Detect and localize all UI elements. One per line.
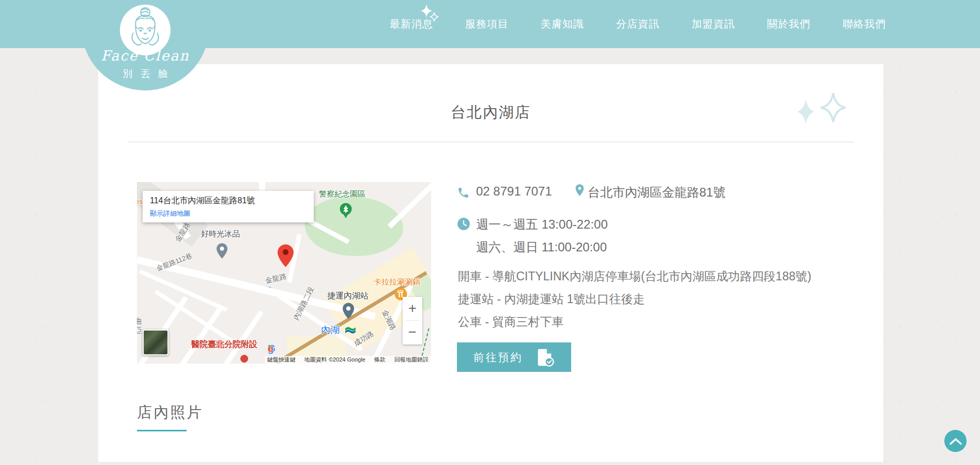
map-cutoff-label: 曲: [137, 317, 142, 326]
photos-section-title: 店內照片: [137, 402, 203, 423]
title-divider: [128, 142, 854, 142]
clock-icon: [457, 217, 470, 233]
map-road: [388, 182, 431, 229]
store-hours-weekend: 週六、週日 11:00-20:00: [476, 239, 607, 256]
store-phone: 02 8791 7071: [476, 184, 552, 199]
header-sparkle-icon: [420, 4, 441, 31]
info-window-address: 114台北市內湖區金龍路81號: [150, 196, 307, 206]
nav-item-franchise[interactable]: 加盟資訊: [692, 17, 735, 31]
map-attribution: 鍵盤快速鍵 地圖資料 ©2024 Google 條款 回報地圖錯誤: [265, 356, 431, 364]
nav-item-branches[interactable]: 分店資訊: [616, 17, 660, 31]
map-zoom-control: + −: [403, 297, 422, 344]
location-pin-icon: [573, 183, 587, 199]
report-error-link[interactable]: 回報地圖錯誤: [394, 356, 428, 364]
terms-link[interactable]: 條款: [374, 356, 386, 364]
map-road: [213, 310, 264, 364]
map-station-name-label: 內湖: [321, 324, 340, 336]
booking-button[interactable]: 前往預約: [457, 342, 571, 372]
keyboard-shortcuts-link[interactable]: 鍵盤快速鍵: [267, 356, 296, 364]
brand-logo[interactable]: Face Clean 別丟臉: [81, 0, 209, 91]
store-hours-weekday: 週一～週五 13:00-22:00: [476, 216, 608, 233]
map-poi-park-label: 警察紀念園區: [319, 189, 365, 199]
nav-item-about[interactable]: 關於我們: [767, 17, 810, 31]
map-poi-hotpot-label: 卡拉拉涮涮鍋: [374, 277, 420, 287]
chevron-up-icon: [949, 437, 962, 445]
page-title: 台北內湖店: [98, 102, 883, 123]
brand-name-zh: 別丟臉: [81, 67, 209, 81]
map-poi-mrt-station-label: 捷運內湖站: [327, 291, 369, 302]
brand-name-script: Face Clean: [81, 48, 209, 64]
nav-item-services[interactable]: 服務項目: [465, 17, 509, 31]
sparkle-decoration-icon: [797, 91, 859, 127]
hospital-pin-icon: [240, 355, 248, 363]
map-cutoff-label: 亞: [137, 326, 142, 336]
satellite-layer-thumbnail[interactable]: [143, 329, 169, 355]
direction-mrt: 捷運站 - 內湖捷運站 1號出口往後走: [458, 291, 645, 307]
nav-item-contact[interactable]: 聯絡我們: [843, 17, 886, 31]
google-map[interactable]: 金龍路 金龍路112巷 金龍路 內湖路二段 金湖路 成功路 es 曲 亞 警察紀…: [137, 182, 431, 364]
view-larger-map-link[interactable]: 顯示詳細地圖: [150, 209, 190, 218]
nav-item-knowledge[interactable]: 美膚知識: [541, 17, 584, 31]
direction-drive: 開車 - 導航CITYLINK內湖店停車場(台北市內湖區成功路四段188號): [458, 268, 811, 284]
main-nav: 最新消息 服務項目 美膚知識 分店資訊 加盟資訊 關於我們 聯絡我們: [390, 0, 886, 48]
map-poi-ice-label: 好時光冰品: [201, 229, 240, 239]
map-data-label: 地圖資料 ©2024 Google: [304, 356, 365, 364]
map-road-label: 金龍路: [265, 272, 288, 286]
phone-icon: [457, 186, 470, 201]
scroll-to-top-button[interactable]: [944, 430, 967, 452]
store-address: 台北市內湖區金龍路81號: [588, 184, 726, 201]
photos-title-underline: [137, 430, 187, 431]
map-info-window: 114台北市內湖區金龍路81號 顯示詳細地圖: [143, 191, 314, 222]
zoom-in-button[interactable]: +: [403, 297, 422, 320]
map-cutoff-label: es: [137, 198, 143, 205]
booking-doc-check-icon: [535, 348, 555, 367]
zoom-out-button[interactable]: −: [403, 321, 422, 344]
direction-bus: 公車 - 貿商三村下車: [458, 314, 563, 330]
booking-button-label: 前往預約: [473, 350, 523, 365]
content-card: 台北內湖店 金龍路 金龍路112巷 金龍路: [98, 64, 883, 462]
